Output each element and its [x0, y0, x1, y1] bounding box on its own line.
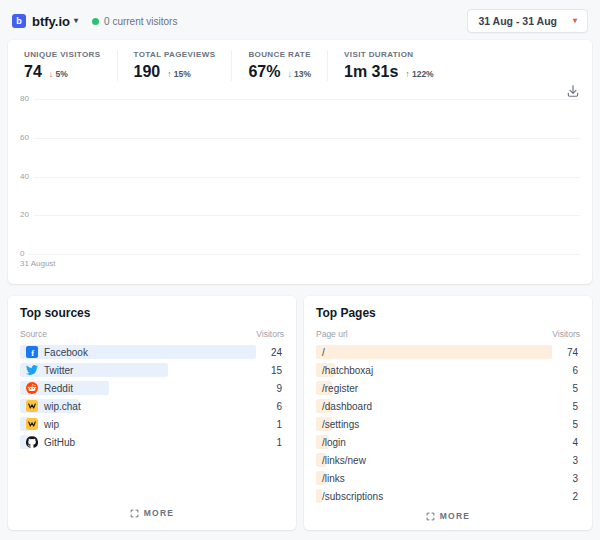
dashboard-page: b btfy.io ▾ 0 current visitors 31 Aug - … [0, 0, 600, 540]
pages-more-button[interactable]: MORE [422, 507, 474, 525]
table-row[interactable]: /settings5 [316, 417, 580, 431]
row-name: Reddit [44, 383, 73, 394]
stat-item[interactable]: VISIT DURATION1m 31s↑ 122% [327, 50, 450, 81]
row-name: wip.chat [44, 401, 81, 412]
site-selector[interactable]: btfy.io ▾ [32, 14, 78, 29]
live-dot-icon [92, 18, 99, 25]
row-link[interactable]: /links/new [316, 455, 366, 466]
row-link[interactable]: fFacebook [20, 346, 88, 358]
table-row[interactable]: /dashboard5 [316, 399, 580, 413]
col-source-label: Source [20, 329, 47, 339]
x-axis-label: 31 August [20, 259, 580, 268]
stat-label: VISIT DURATION [344, 50, 434, 59]
row-link[interactable]: /links [316, 473, 345, 484]
row-name: /subscriptions [322, 491, 383, 502]
table-row[interactable]: /subscriptions2 [316, 489, 580, 503]
table-row[interactable]: wip.chat6 [20, 399, 284, 413]
stat-item[interactable]: TOTAL PAGEVIEWS190↑ 15% [117, 50, 232, 81]
stat-value-row: 190↑ 15% [134, 63, 216, 81]
y-axis-tick: 0 [20, 250, 29, 258]
row-visitors: 6 [276, 401, 282, 412]
stats-row: UNIQUE VISITORS74↓ 5%TOTAL PAGEVIEWS190↑… [20, 50, 580, 81]
top-pages-header: Page url Visitors [316, 329, 580, 339]
table-row[interactable]: GitHub1 [20, 435, 284, 449]
table-row[interactable]: /hatchboxaj6 [316, 363, 580, 377]
analytics-card: UNIQUE VISITORS74↓ 5%TOTAL PAGEVIEWS190↑… [8, 40, 592, 284]
tables-row: Top sources Source Visitors fFacebook24T… [8, 296, 592, 530]
top-sources-header: Source Visitors [20, 329, 284, 339]
sources-more-label: MORE [144, 508, 174, 518]
row-name: /register [322, 383, 358, 394]
row-visitors: 1 [276, 437, 282, 448]
row-link[interactable]: wip [20, 418, 59, 430]
site-name: btfy.io [32, 14, 70, 29]
table-row[interactable]: Twitter15 [20, 363, 284, 377]
row-visitors: 9 [276, 383, 282, 394]
row-link[interactable]: /register [316, 383, 358, 394]
row-link[interactable]: Reddit [20, 382, 73, 394]
svg-text:f: f [31, 348, 34, 358]
top-pages-card: Top Pages Page url Visitors /74/hatchbox… [304, 296, 592, 530]
row-link[interactable]: Twitter [20, 364, 73, 376]
row-link[interactable]: /login [316, 437, 346, 448]
stat-change-percent: 15% [171, 69, 190, 79]
table-row[interactable]: Reddit9 [20, 381, 284, 395]
gridline: 0 [20, 254, 580, 255]
row-link[interactable]: / [316, 347, 325, 358]
stat-label: BOUNCE RATE [248, 50, 311, 59]
stat-item[interactable]: BOUNCE RATE67%↓ 13% [231, 50, 327, 81]
table-row[interactable]: wip1 [20, 417, 284, 431]
gridline: 20 [20, 215, 580, 216]
row-name: / [322, 347, 325, 358]
row-link[interactable]: /settings [316, 419, 359, 430]
table-row[interactable]: fFacebook24 [20, 345, 284, 359]
row-name: /settings [322, 419, 359, 430]
stat-value: 67% [248, 63, 280, 81]
table-row[interactable]: /login4 [316, 435, 580, 449]
gridline: 80 [20, 99, 580, 100]
site-header: b btfy.io ▾ 0 current visitors [12, 14, 177, 29]
download-icon [566, 84, 580, 98]
row-visitors: 4 [572, 437, 578, 448]
row-visitors: 6 [572, 365, 578, 376]
table-row[interactable]: /74 [316, 345, 580, 359]
gridline: 60 [20, 138, 580, 139]
stat-item[interactable]: UNIQUE VISITORS74↓ 5% [20, 50, 117, 81]
y-axis-tick: 20 [20, 211, 34, 219]
table-row[interactable]: /links3 [316, 471, 580, 485]
stat-value: 1m 31s [344, 63, 398, 81]
row-visitors: 1 [276, 419, 282, 430]
date-range-label: 31 Aug - 31 Aug [478, 15, 557, 27]
table-row[interactable]: /register5 [316, 381, 580, 395]
current-visitors: 0 current visitors [92, 16, 177, 27]
row-visitors: 3 [572, 473, 578, 484]
row-link[interactable]: wip.chat [20, 400, 81, 412]
stat-change-percent: 13% [292, 69, 311, 79]
row-name: Twitter [44, 365, 73, 376]
chevron-down-icon: ▾ [573, 17, 577, 25]
date-range-picker[interactable]: 31 Aug - 31 Aug ▾ [467, 9, 588, 33]
row-link[interactable]: /subscriptions [316, 491, 383, 502]
y-axis-tick: 80 [20, 95, 34, 103]
sources-more-button[interactable]: MORE [126, 504, 178, 522]
stat-value: 190 [134, 63, 161, 81]
stat-value-row: 67%↓ 13% [248, 63, 311, 81]
row-visitors: 5 [572, 401, 578, 412]
stat-change-percent: 5% [53, 69, 68, 79]
expand-icon [130, 509, 139, 518]
row-name: /dashboard [322, 401, 372, 412]
wip-icon [26, 400, 38, 412]
row-link[interactable]: /dashboard [316, 401, 372, 412]
stat-value-row: 74↓ 5% [24, 63, 101, 81]
row-name: /login [322, 437, 346, 448]
row-visitors: 24 [271, 347, 282, 358]
row-name: /hatchboxaj [322, 365, 373, 376]
table-row[interactable]: /links/new3 [316, 453, 580, 467]
top-sources-card: Top sources Source Visitors fFacebook24T… [8, 296, 296, 530]
site-favicon-icon: b [12, 14, 26, 28]
visitors-chart: 806040200 31 August [20, 99, 580, 268]
row-link[interactable]: /hatchboxaj [316, 365, 373, 376]
gridline: 40 [20, 177, 580, 178]
top-pages-title: Top Pages [316, 306, 580, 320]
row-link[interactable]: GitHub [20, 436, 75, 448]
